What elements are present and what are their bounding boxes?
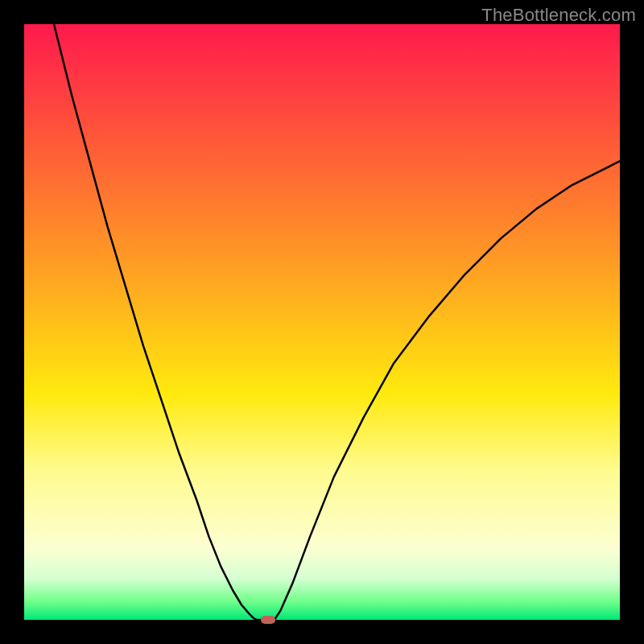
chart-plot-area xyxy=(24,24,620,620)
watermark-text: TheBottleneck.com xyxy=(481,5,636,26)
bottleneck-curve xyxy=(24,24,620,620)
optimum-marker xyxy=(261,616,275,624)
